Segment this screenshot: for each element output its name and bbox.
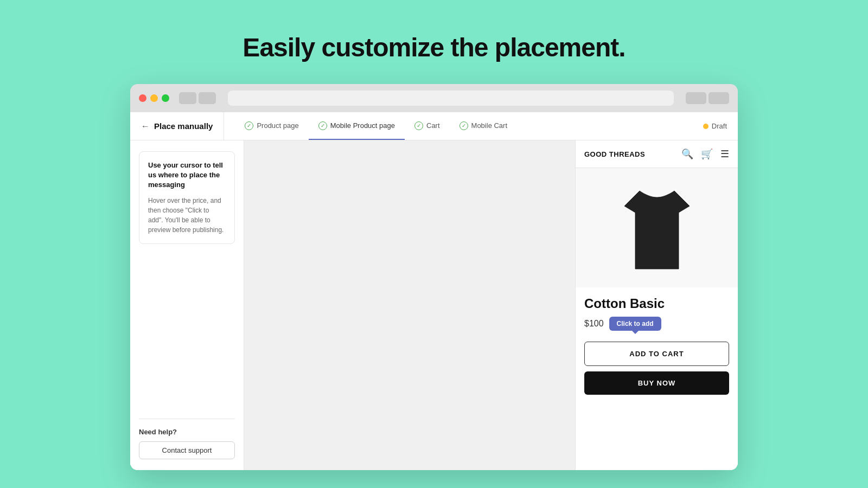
chrome-tab-buttons	[179, 92, 216, 104]
click-to-add-bubble[interactable]: Click to add	[609, 317, 661, 331]
draft-label: Draft	[712, 122, 727, 130]
store-header: GOOD THREADS 🔍 🛒 ☰	[576, 140, 738, 168]
tab-mobile-product-page[interactable]: ✓ Mobile Product page	[309, 112, 405, 140]
tab-label-cart: Cart	[426, 121, 440, 130]
instruction-box: Use your cursor to tell us where to plac…	[139, 151, 235, 244]
draft-badge: Draft	[703, 122, 727, 130]
draft-dot-icon	[703, 124, 709, 129]
price-row: $100 Click to add	[584, 317, 729, 331]
browser-btn-2[interactable]	[709, 92, 729, 104]
chrome-tab-2[interactable]	[199, 92, 216, 104]
product-details: Cotton Basic $100 Click to add ADD TO CA…	[576, 287, 738, 403]
tab-label-mobile-product: Mobile Product page	[330, 121, 395, 130]
nav-tabs: ✓ Product page ✓ Mobile Product page ✓ C…	[235, 112, 517, 140]
need-help-section: Need help? Contact support	[139, 419, 235, 459]
center-preview	[244, 140, 575, 470]
tab-label-mobile-cart: Mobile Cart	[471, 121, 507, 130]
cart-icon[interactable]: 🛒	[701, 148, 713, 160]
browser-chrome	[130, 84, 738, 112]
maximize-button[interactable]	[162, 94, 169, 102]
main-layout: Use your cursor to tell us where to plac…	[130, 140, 738, 470]
close-button[interactable]	[139, 94, 146, 102]
tab-check-cart: ✓	[414, 121, 423, 130]
traffic-lights	[139, 94, 169, 102]
tab-mobile-cart[interactable]: ✓ Mobile Cart	[450, 112, 517, 140]
tab-product-page[interactable]: ✓ Product page	[235, 112, 308, 140]
browser-content: ← Place manually ✓ Product page ✓ Mobile…	[130, 112, 738, 470]
product-image	[614, 181, 700, 279]
tab-cart[interactable]: ✓ Cart	[405, 112, 450, 140]
browser-nav-buttons	[686, 92, 729, 104]
search-icon[interactable]: 🔍	[681, 148, 693, 160]
minimize-button[interactable]	[150, 94, 158, 102]
tab-check-mobile-product: ✓	[318, 121, 327, 130]
page-title: Place manually	[154, 121, 213, 131]
hero-heading: Easily customize the placement.	[242, 33, 625, 62]
add-to-cart-button[interactable]: ADD TO CART	[584, 342, 729, 366]
browser-btn-1[interactable]	[686, 92, 706, 104]
tab-label-product-page: Product page	[257, 121, 298, 130]
product-image-area	[576, 168, 738, 287]
browser-window: ← Place manually ✓ Product page ✓ Mobile…	[130, 84, 738, 470]
product-name: Cotton Basic	[584, 296, 729, 311]
left-sidebar: Use your cursor to tell us where to plac…	[130, 140, 244, 470]
address-bar[interactable]	[228, 91, 674, 106]
buy-now-button[interactable]: BUY NOW	[584, 371, 729, 395]
menu-icon[interactable]: ☰	[720, 148, 729, 160]
sidebar-spacer	[139, 255, 235, 408]
instruction-title: Use your cursor to tell us where to plac…	[148, 160, 226, 190]
tab-check-product-page: ✓	[245, 121, 253, 130]
price-text: $100	[584, 319, 604, 329]
back-button[interactable]: ← Place manually	[141, 112, 224, 140]
mobile-preview: GOOD THREADS 🔍 🛒 ☰ Cotton	[575, 140, 738, 470]
tab-check-mobile-cart: ✓	[459, 121, 468, 130]
need-help-label: Need help?	[139, 428, 235, 436]
instruction-body: Hover over the price, and then choose "C…	[148, 196, 226, 235]
contact-support-button[interactable]: Contact support	[139, 441, 235, 459]
chrome-tab-1[interactable]	[179, 92, 196, 104]
app-nav: ← Place manually ✓ Product page ✓ Mobile…	[130, 112, 738, 140]
store-name: GOOD THREADS	[584, 150, 645, 158]
back-arrow-icon: ←	[141, 121, 150, 131]
store-icons: 🔍 🛒 ☰	[681, 148, 729, 160]
